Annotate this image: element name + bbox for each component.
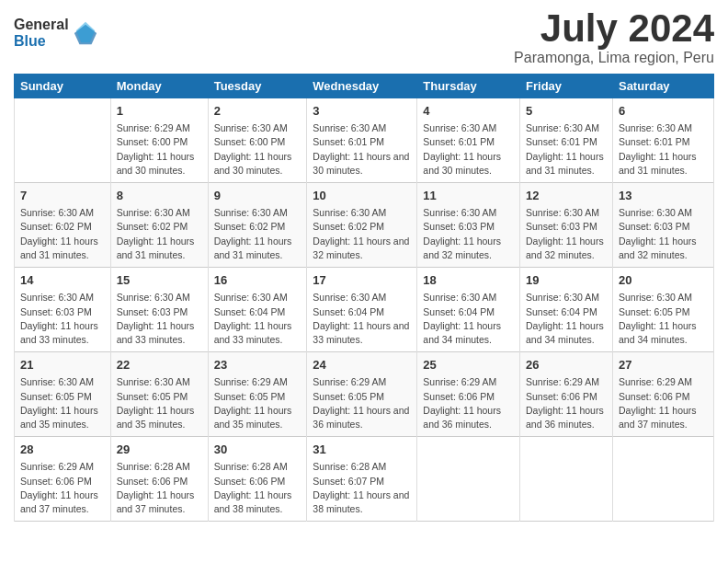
calendar-cell: 29Sunrise: 6:28 AMSunset: 6:06 PMDayligh… bbox=[110, 437, 208, 522]
day-number: 24 bbox=[313, 357, 411, 373]
day-info: Sunrise: 6:29 AMSunset: 6:00 PMDaylight:… bbox=[117, 121, 202, 178]
day-number: 29 bbox=[117, 442, 202, 458]
calendar-cell: 26Sunrise: 6:29 AMSunset: 6:06 PMDayligh… bbox=[520, 352, 613, 437]
day-info: Sunrise: 6:30 AMSunset: 6:04 PMDaylight:… bbox=[423, 291, 514, 347]
header-day-saturday: Saturday bbox=[612, 75, 713, 98]
day-number: 4 bbox=[423, 103, 514, 120]
day-info: Sunrise: 6:30 AMSunset: 6:03 PMDaylight:… bbox=[526, 206, 607, 262]
calendar-cell: 22Sunrise: 6:30 AMSunset: 6:05 PMDayligh… bbox=[110, 352, 208, 437]
day-info: Sunrise: 6:28 AMSunset: 6:06 PMDaylight:… bbox=[117, 460, 202, 516]
day-number: 12 bbox=[526, 188, 607, 204]
header: General Blue July 2024 Paramonga, Lima r… bbox=[14, 9, 714, 66]
calendar-cell: 4Sunrise: 6:30 AMSunset: 6:01 PMDaylight… bbox=[417, 98, 520, 183]
day-number: 30 bbox=[214, 442, 301, 458]
calendar-cell: 10Sunrise: 6:30 AMSunset: 6:02 PMDayligh… bbox=[307, 183, 417, 268]
day-number: 10 bbox=[313, 188, 411, 204]
day-number: 27 bbox=[619, 357, 708, 373]
calendar-cell: 6Sunrise: 6:30 AMSunset: 6:01 PMDaylight… bbox=[612, 98, 713, 183]
calendar-cell: 18Sunrise: 6:30 AMSunset: 6:04 PMDayligh… bbox=[417, 268, 520, 352]
day-info: Sunrise: 6:28 AMSunset: 6:06 PMDaylight:… bbox=[214, 460, 301, 516]
day-info: Sunrise: 6:30 AMSunset: 6:01 PMDaylight:… bbox=[619, 121, 708, 178]
day-info: Sunrise: 6:29 AMSunset: 6:05 PMDaylight:… bbox=[214, 375, 301, 431]
calendar-cell: 11Sunrise: 6:30 AMSunset: 6:03 PMDayligh… bbox=[417, 183, 520, 268]
calendar-cell bbox=[520, 437, 613, 522]
day-number: 28 bbox=[20, 442, 105, 458]
logo-icon bbox=[73, 20, 98, 46]
calendar-cell: 1Sunrise: 6:29 AMSunset: 6:00 PMDaylight… bbox=[110, 98, 208, 183]
day-number: 7 bbox=[20, 188, 105, 204]
calendar-cell bbox=[15, 98, 111, 183]
day-info: Sunrise: 6:30 AMSunset: 6:03 PMDaylight:… bbox=[20, 291, 105, 347]
week-row-5: 28Sunrise: 6:29 AMSunset: 6:06 PMDayligh… bbox=[15, 437, 714, 522]
logo-text: General Blue bbox=[14, 17, 69, 49]
day-number: 22 bbox=[117, 357, 202, 373]
calendar-cell: 14Sunrise: 6:30 AMSunset: 6:03 PMDayligh… bbox=[15, 268, 111, 352]
calendar-cell: 15Sunrise: 6:30 AMSunset: 6:03 PMDayligh… bbox=[110, 268, 208, 352]
day-info: Sunrise: 6:30 AMSunset: 6:05 PMDaylight:… bbox=[117, 375, 202, 431]
calendar-cell: 21Sunrise: 6:30 AMSunset: 6:05 PMDayligh… bbox=[15, 352, 111, 437]
day-number: 5 bbox=[526, 103, 607, 120]
day-number: 31 bbox=[313, 442, 411, 458]
calendar-cell: 31Sunrise: 6:28 AMSunset: 6:07 PMDayligh… bbox=[307, 437, 417, 522]
calendar-cell: 30Sunrise: 6:28 AMSunset: 6:06 PMDayligh… bbox=[208, 437, 307, 522]
day-info: Sunrise: 6:29 AMSunset: 6:06 PMDaylight:… bbox=[526, 375, 607, 431]
calendar-cell bbox=[417, 437, 520, 522]
day-number: 23 bbox=[214, 357, 301, 373]
day-info: Sunrise: 6:30 AMSunset: 6:01 PMDaylight:… bbox=[423, 121, 514, 178]
calendar-cell: 8Sunrise: 6:30 AMSunset: 6:02 PMDaylight… bbox=[110, 183, 208, 268]
logo-blue: Blue bbox=[14, 33, 69, 50]
week-row-3: 14Sunrise: 6:30 AMSunset: 6:03 PMDayligh… bbox=[15, 268, 714, 352]
day-number: 20 bbox=[619, 272, 708, 289]
calendar-cell: 20Sunrise: 6:30 AMSunset: 6:05 PMDayligh… bbox=[612, 268, 713, 352]
day-info: Sunrise: 6:29 AMSunset: 6:06 PMDaylight:… bbox=[20, 460, 105, 516]
header-day-friday: Friday bbox=[520, 75, 613, 98]
day-number: 2 bbox=[214, 103, 301, 120]
day-number: 13 bbox=[619, 188, 708, 204]
day-number: 15 bbox=[117, 272, 202, 289]
day-number: 1 bbox=[117, 103, 202, 120]
calendar-cell: 19Sunrise: 6:30 AMSunset: 6:04 PMDayligh… bbox=[520, 268, 613, 352]
header-day-tuesday: Tuesday bbox=[208, 75, 307, 98]
location-subtitle: Paramonga, Lima region, Peru bbox=[514, 50, 714, 66]
calendar-cell: 27Sunrise: 6:29 AMSunset: 6:06 PMDayligh… bbox=[612, 352, 713, 437]
day-info: Sunrise: 6:30 AMSunset: 6:04 PMDaylight:… bbox=[214, 291, 301, 347]
day-info: Sunrise: 6:30 AMSunset: 6:03 PMDaylight:… bbox=[117, 291, 202, 347]
calendar-cell: 17Sunrise: 6:30 AMSunset: 6:04 PMDayligh… bbox=[307, 268, 417, 352]
day-info: Sunrise: 6:30 AMSunset: 6:05 PMDaylight:… bbox=[619, 291, 708, 347]
day-info: Sunrise: 6:30 AMSunset: 6:02 PMDaylight:… bbox=[214, 206, 301, 262]
header-day-monday: Monday bbox=[110, 75, 208, 98]
day-number: 18 bbox=[423, 272, 514, 289]
header-day-thursday: Thursday bbox=[417, 75, 520, 98]
week-row-4: 21Sunrise: 6:30 AMSunset: 6:05 PMDayligh… bbox=[15, 352, 714, 437]
logo: General Blue bbox=[14, 17, 98, 49]
day-info: Sunrise: 6:29 AMSunset: 6:06 PMDaylight:… bbox=[423, 375, 514, 431]
calendar-cell: 12Sunrise: 6:30 AMSunset: 6:03 PMDayligh… bbox=[520, 183, 613, 268]
week-row-2: 7Sunrise: 6:30 AMSunset: 6:02 PMDaylight… bbox=[15, 183, 714, 268]
logo-general: General bbox=[14, 17, 69, 33]
day-info: Sunrise: 6:30 AMSunset: 6:02 PMDaylight:… bbox=[117, 206, 202, 262]
day-info: Sunrise: 6:30 AMSunset: 6:00 PMDaylight:… bbox=[214, 121, 301, 178]
day-info: Sunrise: 6:30 AMSunset: 6:01 PMDaylight:… bbox=[313, 121, 411, 178]
day-number: 21 bbox=[20, 357, 105, 373]
day-info: Sunrise: 6:30 AMSunset: 6:03 PMDaylight:… bbox=[423, 206, 514, 262]
header-day-wednesday: Wednesday bbox=[307, 75, 417, 98]
calendar-cell: 16Sunrise: 6:30 AMSunset: 6:04 PMDayligh… bbox=[208, 268, 307, 352]
calendar-cell: 7Sunrise: 6:30 AMSunset: 6:02 PMDaylight… bbox=[15, 183, 111, 268]
day-info: Sunrise: 6:28 AMSunset: 6:07 PMDaylight:… bbox=[313, 460, 411, 516]
calendar-cell: 5Sunrise: 6:30 AMSunset: 6:01 PMDaylight… bbox=[520, 98, 613, 183]
title-area: July 2024 Paramonga, Lima region, Peru bbox=[514, 9, 714, 66]
week-row-1: 1Sunrise: 6:29 AMSunset: 6:00 PMDaylight… bbox=[15, 98, 714, 183]
calendar-cell: 23Sunrise: 6:29 AMSunset: 6:05 PMDayligh… bbox=[208, 352, 307, 437]
header-row: SundayMondayTuesdayWednesdayThursdayFrid… bbox=[15, 75, 714, 98]
calendar-table: SundayMondayTuesdayWednesdayThursdayFrid… bbox=[14, 74, 714, 522]
calendar-cell: 25Sunrise: 6:29 AMSunset: 6:06 PMDayligh… bbox=[417, 352, 520, 437]
day-info: Sunrise: 6:30 AMSunset: 6:05 PMDaylight:… bbox=[20, 375, 105, 431]
calendar-cell: 9Sunrise: 6:30 AMSunset: 6:02 PMDaylight… bbox=[208, 183, 307, 268]
day-number: 16 bbox=[214, 272, 301, 289]
day-info: Sunrise: 6:30 AMSunset: 6:03 PMDaylight:… bbox=[619, 206, 708, 262]
calendar-cell: 2Sunrise: 6:30 AMSunset: 6:00 PMDaylight… bbox=[208, 98, 307, 183]
day-number: 3 bbox=[313, 103, 411, 120]
header-day-sunday: Sunday bbox=[15, 75, 111, 98]
month-year-title: July 2024 bbox=[514, 9, 714, 48]
day-number: 8 bbox=[117, 188, 202, 204]
